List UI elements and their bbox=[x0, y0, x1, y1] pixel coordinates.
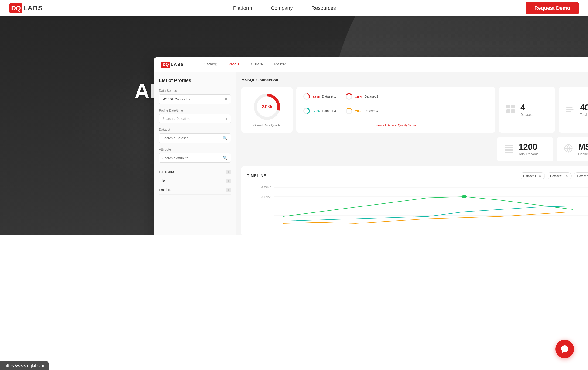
attributes-icon bbox=[565, 104, 575, 116]
datasets-stat-card: 4 Datasets bbox=[499, 87, 555, 133]
attributes-stat-info: 406 Total Attributes bbox=[580, 104, 588, 116]
nav-platform[interactable]: Platform bbox=[233, 5, 252, 11]
attribute-search-icon: 🔍 bbox=[223, 156, 227, 160]
svg-rect-19 bbox=[504, 147, 513, 148]
dataset4-item: 20% Dataset 4 bbox=[345, 107, 378, 115]
main-content: MSSQL Connection 30% Overall Data Qualit… bbox=[236, 72, 588, 235]
nav-resources[interactable]: Resources bbox=[312, 5, 336, 11]
spacer-card bbox=[241, 137, 293, 161]
datasource-filter: Data Source MSSQL Connection ✕ bbox=[159, 89, 231, 104]
stats-row-2: 1200 Total Records bbox=[241, 137, 588, 161]
connecttype-label: Connect Type bbox=[578, 152, 588, 156]
svg-point-30 bbox=[462, 195, 467, 198]
dataset1-item: 33% Dataset 1 bbox=[303, 93, 336, 100]
svg-rect-10 bbox=[506, 105, 510, 108]
dataset-search-icon: 🔍 bbox=[223, 136, 227, 140]
attr-type-email: T bbox=[226, 188, 231, 192]
timeline-tag-dataset2[interactable]: Dataset 2 ✕ bbox=[547, 172, 572, 180]
tag-close-1[interactable]: ✕ bbox=[539, 174, 541, 178]
attr-name-fullname: Full Name bbox=[159, 170, 174, 174]
sidebar: List of Profiles Data Source MSSQL Conne… bbox=[154, 72, 236, 235]
dataset2-item: 16% Dataset 2 bbox=[345, 93, 378, 100]
svg-rect-18 bbox=[504, 145, 513, 146]
timeline-chart: 4PM 3PM bbox=[247, 184, 588, 231]
connecttype-value: MSSQL bbox=[578, 143, 588, 151]
attribute-search-input[interactable] bbox=[162, 156, 221, 160]
main-navbar: DQ LABS Platform Company Resources Reque… bbox=[0, 0, 588, 16]
datasets-label: Datasets bbox=[520, 113, 533, 116]
datasets-icon bbox=[505, 104, 516, 116]
donut-chart: 30% bbox=[253, 93, 281, 121]
dataset-label: Dataset bbox=[159, 128, 231, 131]
attribute-search-box[interactable]: 🔍 bbox=[159, 153, 231, 163]
attribute-filter: Attribute 🔍 bbox=[159, 148, 231, 163]
request-demo-button[interactable]: Request Demo bbox=[526, 2, 579, 14]
dataset4-donut bbox=[345, 107, 353, 115]
svg-rect-13 bbox=[511, 109, 515, 113]
dataset-quality-card: 33% Dataset 1 16% Dataset 2 bbox=[296, 87, 495, 133]
datetime-select[interactable]: Search a Date/time ▾ bbox=[159, 114, 231, 123]
records-count: 1200 bbox=[519, 143, 539, 151]
dataset-search-box[interactable]: 🔍 bbox=[159, 133, 231, 143]
svg-rect-14 bbox=[566, 106, 575, 106]
dataset3-pct: 58% bbox=[313, 109, 320, 113]
dataset3-donut bbox=[303, 107, 310, 115]
chat-icon bbox=[560, 344, 569, 354]
donut-percentage: 30% bbox=[253, 93, 281, 121]
tag-close-2[interactable]: ✕ bbox=[565, 174, 568, 178]
chat-button[interactable] bbox=[555, 340, 574, 358]
tab-profile[interactable]: Profile bbox=[223, 57, 245, 72]
attributes-stat-card: 406 Total Attributes bbox=[559, 87, 588, 133]
timeline-tags: Dataset 1 ✕ Dataset 2 ✕ Dataset 3 ✕ bbox=[520, 172, 588, 180]
svg-text:4PM: 4PM bbox=[261, 186, 272, 189]
attributes-label: Total Attributes bbox=[580, 113, 588, 116]
list-item: Full Name T bbox=[159, 167, 231, 176]
connecttype-stat-info: MSSQL Connect Type bbox=[578, 143, 588, 156]
attributes-count: 406 bbox=[580, 104, 588, 112]
dataset3-label: Dataset 3 bbox=[322, 109, 336, 113]
datasource-close-icon[interactable]: ✕ bbox=[224, 97, 227, 101]
dataset-row-2: 58% Dataset 3 20% Dataset 4 bbox=[303, 107, 489, 115]
logo: DQ LABS bbox=[9, 3, 43, 13]
connecttype-stat-card: MSSQL Connect Type bbox=[557, 137, 588, 161]
attribute-label: Attribute bbox=[159, 148, 231, 151]
datetime-placeholder: Search a Date/time bbox=[162, 117, 190, 120]
timeline-tag-dataset1[interactable]: Dataset 1 ✕ bbox=[520, 172, 545, 180]
stats-row-1: 30% Overall Data Quality bbox=[241, 87, 588, 133]
nav-company[interactable]: Company bbox=[271, 5, 293, 11]
tag-label-2: Dataset 2 bbox=[550, 174, 563, 178]
timeline-header: TIMELINE Dataset 1 ✕ Dataset 2 ✕ bbox=[247, 172, 588, 180]
hero-section: AI AUGMENTED DATA QUALITY PLATFORM Incre… bbox=[0, 16, 588, 235]
app-logo-dq: DQ bbox=[161, 62, 170, 68]
datetime-chevron-icon: ▾ bbox=[226, 117, 227, 120]
app-logo: DQ LABS bbox=[161, 62, 184, 68]
sidebar-title: List of Profiles bbox=[159, 78, 231, 83]
svg-rect-20 bbox=[504, 149, 513, 151]
dataset3-item: 58% Dataset 3 bbox=[303, 107, 336, 115]
svg-rect-21 bbox=[504, 152, 513, 153]
dataset1-pct: 33% bbox=[313, 95, 320, 99]
list-item: Title T bbox=[159, 176, 231, 185]
tag-label-1: Dataset 1 bbox=[523, 174, 536, 178]
dataset4-pct: 20% bbox=[355, 109, 362, 113]
datasets-count: 4 bbox=[520, 104, 533, 112]
tab-catalog[interactable]: Catalog bbox=[198, 57, 223, 72]
overall-quality-card: 30% Overall Data Quality bbox=[241, 87, 293, 133]
view-all-link[interactable]: View all Dataset Quality Score bbox=[303, 124, 489, 127]
dataset-row-1: 33% Dataset 1 16% Dataset 2 bbox=[303, 93, 489, 100]
timeline-tag-dataset3[interactable]: Dataset 3 ✕ bbox=[574, 172, 588, 180]
connecttype-icon bbox=[563, 143, 574, 156]
nav-links: Platform Company Resources bbox=[233, 5, 336, 11]
app-navbar: DQ LABS Catalog Profile Curate Master 🔔 … bbox=[154, 57, 588, 72]
svg-text:3PM: 3PM bbox=[261, 195, 272, 199]
connection-title: MSSQL Connection bbox=[241, 78, 588, 83]
spacer-card2 bbox=[296, 137, 494, 161]
dataset-search-input[interactable] bbox=[162, 136, 221, 140]
attr-name-email: Email ID bbox=[159, 188, 171, 192]
records-label: Total Records bbox=[519, 152, 539, 156]
tab-curate[interactable]: Curate bbox=[245, 57, 268, 72]
attribute-list: Full Name T Title T Email ID T bbox=[159, 167, 231, 195]
donut-label: Overall Data Quality bbox=[253, 124, 281, 127]
dataset2-label: Dataset 2 bbox=[364, 95, 378, 98]
tab-master[interactable]: Master bbox=[268, 57, 292, 72]
